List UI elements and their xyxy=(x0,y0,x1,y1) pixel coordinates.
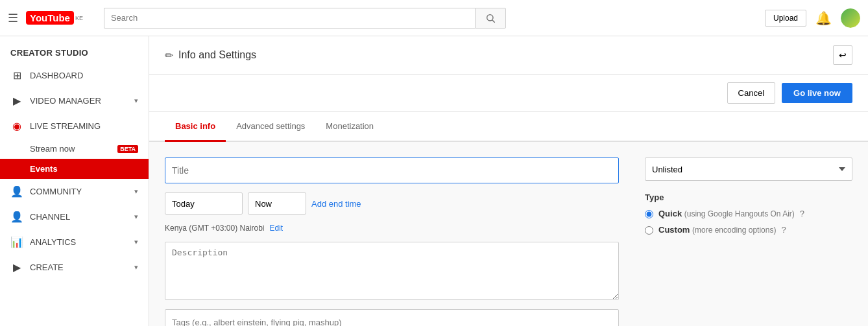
tags-input[interactable] xyxy=(165,309,619,326)
visibility-select[interactable]: Public Unlisted Private xyxy=(645,157,852,181)
help-quick-icon[interactable]: ? xyxy=(800,209,804,218)
hamburger-icon[interactable]: ☰ xyxy=(8,11,18,25)
chevron-down-icon: ▾ xyxy=(134,97,138,105)
upload-button[interactable]: Upload xyxy=(765,10,806,27)
edit-timezone-link[interactable]: Edit xyxy=(270,224,283,233)
tab-monetization[interactable]: Monetization xyxy=(315,112,384,142)
notification-icon[interactable]: 🔔 xyxy=(815,10,832,26)
svg-point-0 xyxy=(487,14,493,20)
radio-row-quick: Quick (using Google Hangouts On Air) ? xyxy=(645,209,852,218)
dashboard-icon: ⊞ xyxy=(10,69,23,82)
creator-studio-title: CREATOR STUDIO xyxy=(0,36,149,63)
channel-icon: 👤 xyxy=(10,211,23,223)
form-area: Add end time Kenya (GMT +03:00) Nairobi … xyxy=(149,142,868,326)
sidebar: CREATOR STUDIO ⊞ DASHBOARD ▶ VIDEO MANAG… xyxy=(0,36,149,326)
sidebar-label-community: COMMUNITY xyxy=(30,187,128,196)
tab-basic-info[interactable]: Basic info xyxy=(165,112,226,142)
chevron-down-create-icon: ▾ xyxy=(134,263,138,272)
date-input[interactable] xyxy=(165,192,243,215)
pencil-icon: ✏ xyxy=(165,49,173,62)
timezone-row: Kenya (GMT +03:00) Nairobi Edit xyxy=(165,224,619,233)
sidebar-label-stream-now: Stream now xyxy=(30,144,114,154)
sidebar-item-stream-now[interactable]: Stream now BETA xyxy=(0,139,149,159)
sidebar-label-events: Events xyxy=(30,164,58,174)
analytics-icon: 📊 xyxy=(10,236,23,248)
help-custom-icon[interactable]: ? xyxy=(781,225,786,235)
main-content: ✏ Info and Settings ↩ Cancel Go live now… xyxy=(149,36,868,326)
sidebar-item-create[interactable]: ▶ CREATE ▾ xyxy=(0,255,149,280)
type-section: Type Quick (using Google Hangouts On Air… xyxy=(645,192,852,235)
type-label: Type xyxy=(645,192,852,202)
svg-line-1 xyxy=(492,20,495,23)
avatar[interactable] xyxy=(841,8,860,28)
page-header-left: ✏ Info and Settings xyxy=(165,49,256,62)
page-header: ✏ Info and Settings ↩ xyxy=(149,36,868,75)
sidebar-item-live-streaming[interactable]: ◉ LIVE STREAMING xyxy=(0,113,149,139)
sidebar-label-analytics: ANALYTICS xyxy=(30,237,128,247)
description-textarea[interactable] xyxy=(165,242,619,300)
title-input[interactable] xyxy=(165,157,619,183)
sidebar-label-dashboard: DASHBOARD xyxy=(30,71,138,80)
sidebar-item-community[interactable]: 👤 COMMUNITY ▾ xyxy=(0,179,149,204)
date-row: Add end time xyxy=(165,192,619,215)
tabs-bar: Basic info Advanced settings Monetizatio… xyxy=(149,112,868,142)
sidebar-item-analytics[interactable]: 📊 ANALYTICS ▾ xyxy=(0,229,149,255)
layout: CREATOR STUDIO ⊞ DASHBOARD ▶ VIDEO MANAG… xyxy=(0,36,868,326)
radio-quick-desc: (using Google Hangouts On Air) xyxy=(684,209,795,218)
radio-custom-desc: (more encoding options) xyxy=(692,226,776,235)
sidebar-label-create: CREATE xyxy=(30,262,128,272)
chevron-down-channel-icon: ▾ xyxy=(134,213,138,221)
radio-row-custom: Custom (more encoding options) ? xyxy=(645,225,852,235)
chevron-down-community-icon: ▾ xyxy=(134,187,138,196)
video-manager-icon: ▶ xyxy=(10,95,23,107)
sidebar-item-dashboard[interactable]: ⊞ DASHBOARD xyxy=(0,63,149,88)
live-streaming-icon: ◉ xyxy=(10,120,23,132)
yt-icon: YouTube xyxy=(26,11,74,25)
go-live-button[interactable]: Go live now xyxy=(782,83,852,103)
sidebar-label-live-streaming: LIVE STREAMING xyxy=(30,121,138,131)
search-input[interactable] xyxy=(104,8,475,29)
youtube-logo[interactable]: YouTube KE xyxy=(26,11,83,25)
timezone-label: Kenya (GMT +03:00) Nairobi xyxy=(165,224,265,233)
create-icon: ▶ xyxy=(10,261,23,274)
radio-quick-label[interactable]: Quick (using Google Hangouts On Air) xyxy=(658,209,795,218)
yt-country: KE xyxy=(75,15,83,21)
nav-right: Upload 🔔 xyxy=(765,8,860,28)
tab-advanced-settings[interactable]: Advanced settings xyxy=(226,112,315,142)
top-nav: ☰ YouTube KE Upload 🔔 xyxy=(0,0,868,36)
sidebar-item-events[interactable]: Events xyxy=(0,159,149,179)
form-right: Public Unlisted Private Type Quick (usin… xyxy=(645,157,852,326)
community-icon: 👤 xyxy=(10,185,23,198)
sidebar-label-channel: CHANNEL xyxy=(30,212,128,222)
radio-custom-label[interactable]: Custom (more encoding options) xyxy=(658,225,776,235)
sidebar-item-video-manager[interactable]: ▶ VIDEO MANAGER ▾ xyxy=(0,88,149,113)
form-left: Add end time Kenya (GMT +03:00) Nairobi … xyxy=(165,157,619,326)
page-title: Info and Settings xyxy=(178,49,256,61)
cancel-button[interactable]: Cancel xyxy=(727,82,775,104)
time-input[interactable] xyxy=(248,192,306,215)
radio-quick[interactable] xyxy=(645,210,653,218)
add-end-time-link[interactable]: Add end time xyxy=(311,199,361,209)
chevron-down-analytics-icon: ▾ xyxy=(134,238,138,246)
search-bar xyxy=(104,8,506,29)
sidebar-label-video-manager: VIDEO MANAGER xyxy=(30,96,128,106)
beta-badge: BETA xyxy=(117,145,138,153)
action-bar: Cancel Go live now xyxy=(149,75,868,112)
back-button[interactable]: ↩ xyxy=(833,45,852,65)
radio-custom[interactable] xyxy=(645,226,653,235)
search-button[interactable] xyxy=(475,8,506,29)
sidebar-item-channel[interactable]: 👤 CHANNEL ▾ xyxy=(0,204,149,229)
